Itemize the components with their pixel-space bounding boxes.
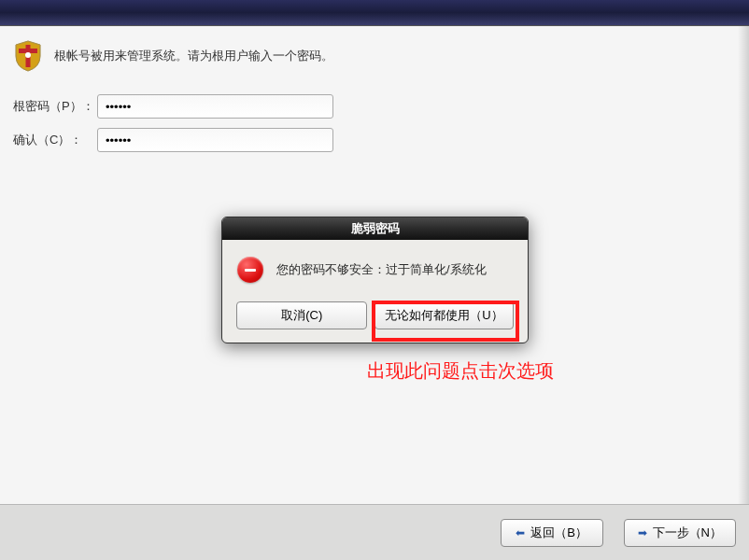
password-row: 根密码（P）： bbox=[13, 91, 736, 121]
cancel-button[interactable]: 取消(C) bbox=[236, 301, 367, 329]
footer-bar: ⬅ 返回（B） ➡ 下一步（N） bbox=[0, 504, 749, 560]
intro-row: 根帐号被用来管理系统。请为根用户输入一个密码。 bbox=[13, 39, 736, 73]
back-button-label: 返回（B） bbox=[530, 525, 587, 541]
use-anyway-button[interactable]: 无论如何都使用（U） bbox=[374, 301, 513, 329]
confirm-input[interactable] bbox=[97, 128, 333, 152]
next-button[interactable]: ➡ 下一步（N） bbox=[624, 519, 736, 547]
arrow-left-icon: ⬅ bbox=[516, 526, 525, 539]
dialog-message: 您的密码不够安全：过于简单化/系统化 bbox=[276, 261, 487, 278]
error-icon bbox=[237, 257, 263, 283]
password-input[interactable] bbox=[97, 94, 333, 119]
svg-point-2 bbox=[25, 52, 31, 58]
top-banner bbox=[0, 0, 749, 26]
annotation-text: 出现此问题点击次选项 bbox=[367, 358, 554, 384]
dialog-title: 脆弱密码 bbox=[222, 217, 528, 240]
back-button[interactable]: ⬅ 返回（B） bbox=[501, 519, 603, 547]
password-label: 根密码（P）： bbox=[13, 98, 97, 115]
confirm-label: 确认（C）： bbox=[13, 132, 97, 148]
dialog-buttons: 取消(C) 无论如何都使用（U） bbox=[222, 292, 528, 343]
intro-text: 根帐号被用来管理系统。请为根用户输入一个密码。 bbox=[54, 48, 333, 64]
dialog-body: 您的密码不够安全：过于简单化/系统化 bbox=[222, 240, 528, 292]
confirm-row: 确认（C）： bbox=[13, 125, 736, 155]
next-button-label: 下一步（N） bbox=[653, 525, 722, 541]
weak-password-dialog: 脆弱密码 您的密码不够安全：过于简单化/系统化 取消(C) 无论如何都使用（U） bbox=[221, 217, 529, 343]
arrow-right-icon: ➡ bbox=[638, 526, 647, 539]
shield-icon bbox=[13, 39, 43, 73]
